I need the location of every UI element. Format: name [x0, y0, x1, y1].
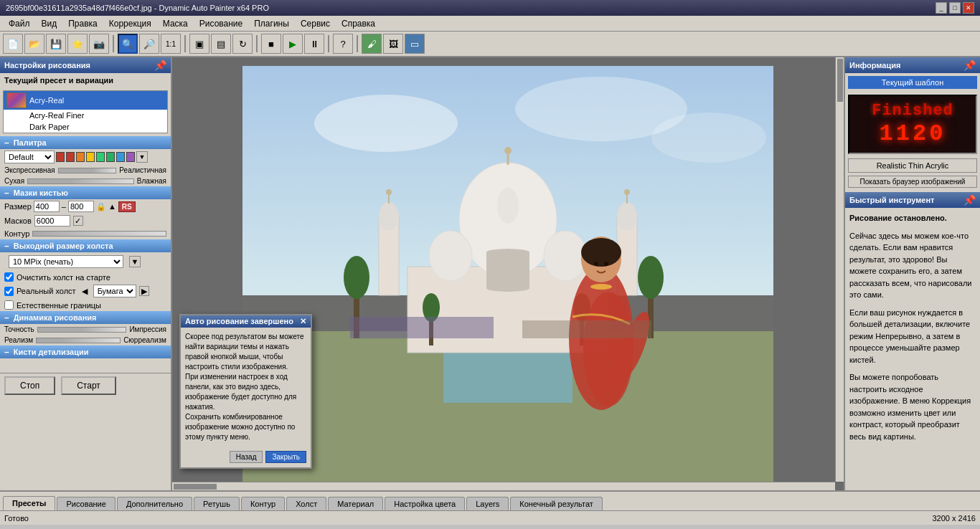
contour-row: Контур — [0, 228, 171, 239]
lock-icon[interactable]: 🔒 — [96, 202, 106, 211]
output-size-select[interactable]: 10 МРix (печать) — [9, 255, 123, 268]
close-button[interactable]: ✕ — [963, 2, 974, 14]
tab-advanced[interactable]: Дополнительно — [117, 497, 192, 510]
color-swatch-purple[interactable] — [126, 152, 135, 162]
palette-dropdown[interactable]: ▼ — [136, 151, 148, 163]
popup-close-button[interactable]: Закрыть — [265, 451, 306, 463]
preset-name-display[interactable]: Realistic Thin Acrylic — [848, 158, 977, 173]
popup-content: Скорее под результатом вы можете найти в… — [181, 328, 311, 447]
show-browser-button[interactable]: Показать браузер изображений — [848, 176, 977, 188]
toolbar-brush2[interactable]: 🖼 — [383, 34, 403, 54]
masks-input[interactable] — [34, 215, 70, 227]
tab-canvas[interactable]: Холст — [286, 497, 326, 510]
tab-contour[interactable]: Контур — [241, 497, 285, 510]
realism-left: Реализм — [4, 336, 33, 344]
expressiveness-slider[interactable] — [58, 168, 117, 173]
toolbar-zoom-100[interactable]: 1:1 — [161, 34, 181, 54]
tab-material[interactable]: Материал — [328, 497, 383, 510]
toolbar-brush1[interactable]: 🖌 — [362, 34, 382, 54]
tab-drawing[interactable]: Рисование — [57, 497, 115, 510]
toolbar-save[interactable]: 💾 — [46, 34, 66, 54]
vertical-scrollbar[interactable] — [835, 57, 844, 482]
toolbar-zoom-out[interactable]: 🔎 — [139, 34, 159, 54]
color-swatch-blue[interactable] — [116, 152, 125, 162]
color-swatch-orange[interactable] — [76, 152, 85, 162]
realcanvas-btn[interactable]: ▶ — [139, 286, 149, 296]
menu-edit[interactable]: Правка — [62, 17, 103, 30]
info-text2: Если ваш рисунок нуждается в большей дет… — [849, 307, 976, 366]
menu-help[interactable]: Справка — [336, 17, 381, 30]
rs-button[interactable]: RS — [118, 201, 136, 212]
toolbar-rotate[interactable]: ↻ — [232, 34, 253, 54]
bottom-buttons: Стоп Старт — [0, 373, 171, 398]
tab-layers[interactable]: Layers — [466, 497, 509, 510]
maximize-button[interactable]: □ — [949, 2, 961, 14]
size-input-2[interactable] — [68, 201, 94, 212]
size-label: Размер — [4, 202, 32, 211]
toolbar-rect[interactable]: ▭ — [405, 34, 425, 54]
color-swatch-yellow[interactable] — [86, 152, 95, 162]
color-swatch-red[interactable] — [56, 152, 65, 162]
pin-icon[interactable]: 📌 — [154, 59, 166, 71]
status-text: Готово — [4, 514, 29, 523]
popup-back-button[interactable]: Назад — [230, 451, 263, 463]
menu-plugins[interactable]: Плагины — [248, 17, 295, 30]
toolbar-play[interactable]: ▶ — [283, 34, 303, 54]
arrow-up-icon[interactable]: ▲ — [108, 202, 116, 211]
toolbar-frame2[interactable]: ▤ — [211, 34, 231, 54]
minimize-button[interactable]: _ — [936, 2, 947, 14]
checkbox-realcanvas: Реальный холст ◀ Бумага ▶ — [0, 283, 171, 299]
toolbar-bookmark[interactable]: ⭐ — [67, 34, 88, 54]
color-swatch-red2[interactable] — [66, 152, 75, 162]
output-dropdown[interactable]: ▼ — [129, 256, 141, 267]
horizontal-scrollbar[interactable] — [172, 482, 835, 490]
checkbox-natural-input[interactable] — [4, 300, 14, 310]
color-swatch-green[interactable] — [96, 152, 105, 162]
checkbox-realcanvas-input[interactable] — [4, 287, 14, 296]
preset-section-label: Текущий пресет и вариации — [0, 73, 171, 87]
precision-right: Импрессия — [129, 325, 166, 333]
toolbar-pause[interactable]: ⏸ — [304, 34, 324, 54]
menu-service[interactable]: Сервис — [295, 17, 336, 30]
menu-view[interactable]: Вид — [36, 17, 63, 30]
precision-slider[interactable] — [37, 327, 127, 333]
preset-item-1[interactable]: Acry-Real Finer — [4, 110, 167, 121]
contour-slider[interactable] — [32, 231, 166, 237]
toolbar-zoom-in[interactable]: 🔍 — [118, 34, 138, 54]
tab-retouch[interactable]: Ретушь — [194, 497, 240, 510]
checkbox-clear-input[interactable] — [4, 272, 14, 282]
quick-tool-pin[interactable]: 📌 — [963, 194, 976, 206]
realcanvas-select[interactable]: Бумага — [93, 285, 136, 297]
toolbar-frame1[interactable]: ▣ — [189, 34, 209, 54]
tab-presets[interactable]: Пресеты — [3, 496, 55, 510]
popup-close-icon[interactable]: ✕ — [300, 317, 306, 326]
menu-draw[interactable]: Рисование — [194, 17, 248, 30]
brushmasks-header: – Мазки кистью — [0, 186, 171, 199]
stop-button[interactable]: Стоп — [4, 376, 55, 395]
menu-mask[interactable]: Маска — [157, 17, 194, 30]
scrollbar-thumb-v[interactable] — [837, 59, 843, 102]
size-input-1[interactable] — [34, 201, 60, 212]
toolbar-open[interactable]: 📂 — [24, 34, 44, 54]
menu-correction[interactable]: Коррекция — [103, 17, 157, 30]
wetness-slider[interactable] — [27, 178, 134, 184]
masks-checkbox[interactable]: ✓ — [73, 216, 83, 226]
toolbar-camera[interactable]: 📷 — [89, 34, 109, 54]
right-pin-icon[interactable]: 📌 — [963, 59, 976, 71]
toolbar-help[interactable]: ? — [333, 34, 353, 54]
menu-file[interactable]: Файл — [3, 17, 36, 30]
scrollbar-thumb-h[interactable] — [174, 484, 217, 490]
color-swatch-green2[interactable] — [106, 152, 115, 162]
toolbar-stop[interactable]: ■ — [261, 34, 281, 54]
toolbar-new[interactable]: 📄 — [3, 34, 23, 54]
start-button[interactable]: Старт — [61, 376, 116, 395]
tab-final[interactable]: Конечный результат — [510, 497, 603, 510]
realism-slider[interactable] — [36, 338, 121, 343]
titlebar-controls: _ □ ✕ — [936, 2, 974, 14]
tab-color[interactable]: Настройка цвета — [385, 497, 465, 510]
preset-item-2[interactable]: Dark Paper — [4, 121, 167, 133]
popup-text1: Скорее под результатом вы можете найти в… — [185, 332, 306, 372]
preset-item-0[interactable]: Acry-Real — [4, 91, 167, 110]
palette-select[interactable]: Default — [4, 151, 55, 163]
menubar: Файл Вид Правка Коррекция Маска Рисовани… — [0, 16, 980, 32]
